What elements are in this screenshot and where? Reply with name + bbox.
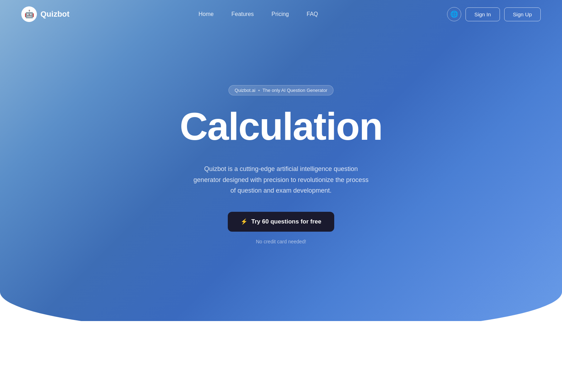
nav-home[interactable]: Home bbox=[199, 11, 214, 17]
hero-title: Calculation bbox=[180, 107, 382, 146]
bottom-white-area bbox=[0, 321, 562, 392]
navbar-logo-area: 🤖 Quizbot bbox=[21, 6, 70, 22]
logo-text: Quizbot bbox=[40, 10, 70, 19]
breadcrumb-desc: The only AI Question Generator bbox=[263, 88, 327, 93]
lightning-icon: ⚡ bbox=[241, 218, 248, 225]
cta-button[interactable]: ⚡ Try 60 questions for free bbox=[228, 212, 334, 232]
navbar-center: Home Features Pricing FAQ bbox=[199, 11, 318, 17]
navbar: 🤖 Quizbot Home Features Pricing FAQ 🌐 Si… bbox=[0, 0, 562, 28]
navbar-right: 🌐 Sign In Sign Up bbox=[447, 7, 541, 21]
breadcrumb: Quizbot.ai The only AI Question Generato… bbox=[228, 85, 333, 95]
signup-button[interactable]: Sign Up bbox=[504, 7, 541, 21]
nav-features[interactable]: Features bbox=[231, 11, 254, 17]
breadcrumb-separator bbox=[258, 90, 260, 91]
hero-description: Quizbot is a cutting-edge artificial int… bbox=[192, 164, 370, 196]
breadcrumb-site: Quizbot.ai bbox=[235, 88, 255, 93]
signin-button[interactable]: Sign In bbox=[465, 7, 500, 21]
nav-faq[interactable]: FAQ bbox=[307, 11, 318, 17]
hero-content: Quizbot.ai The only AI Question Generato… bbox=[0, 28, 562, 244]
no-credit-text: No credit card needed! bbox=[256, 239, 306, 244]
language-button[interactable]: 🌐 bbox=[447, 7, 461, 21]
logo-emoji: 🤖 bbox=[24, 10, 34, 19]
nav-pricing[interactable]: Pricing bbox=[271, 11, 289, 17]
cta-label: Try 60 questions for free bbox=[251, 218, 321, 225]
globe-icon: 🌐 bbox=[450, 10, 458, 18]
logo-icon: 🤖 bbox=[21, 6, 37, 22]
page-wrapper: 🤖 Quizbot Home Features Pricing FAQ 🌐 Si… bbox=[0, 0, 562, 392]
